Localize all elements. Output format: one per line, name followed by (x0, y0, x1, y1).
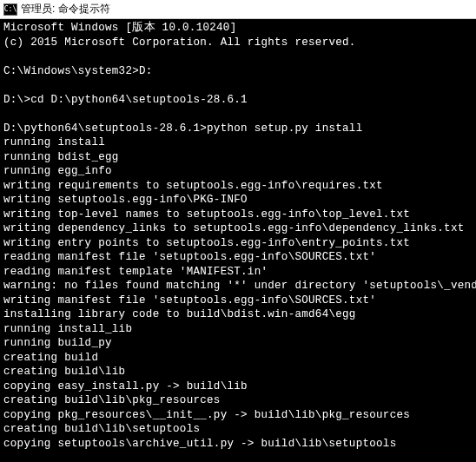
terminal-line (3, 78, 473, 93)
terminal-line: writing setuptools.egg-info\PKG-INFO (3, 193, 473, 208)
terminal-line (3, 50, 473, 64)
terminal-line: copying pkg_resources\__init__.py -> bui… (3, 408, 473, 423)
terminal-line (3, 107, 473, 122)
terminal-line: C:\Windows\system32>D: (3, 64, 473, 79)
cmd-icon: C:\ (3, 3, 17, 16)
terminal-line: creating build\lib (3, 365, 473, 380)
window-title: 管理员: 命令提示符 (21, 2, 110, 16)
terminal-line: (c) 2015 Microsoft Corporation. All righ… (3, 36, 473, 50)
terminal-line: writing manifest file 'setuptools.egg-in… (3, 294, 473, 308)
terminal-line: Microsoft Windows [版本 10.0.10240] (3, 21, 473, 36)
terminal-line: D:\python64\setuptools-28.6.1>python set… (3, 122, 473, 136)
terminal-line: warning: no files found matching '*' und… (3, 279, 473, 294)
terminal-line: creating build\lib\pkg_resources (3, 393, 473, 408)
terminal-line: running install_lib (3, 322, 473, 337)
terminal-line: reading manifest file 'setuptools.egg-in… (3, 250, 473, 265)
terminal-line: creating build (3, 351, 473, 366)
terminal-line: running egg_info (3, 164, 473, 179)
terminal-line: running build_py (3, 336, 473, 351)
terminal-line: writing entry points to setuptools.egg-i… (3, 236, 473, 251)
terminal-line: installing library code to build\bdist.w… (3, 307, 473, 322)
terminal-output[interactable]: Microsoft Windows [版本 10.0.10240](c) 201… (0, 19, 476, 462)
terminal-line: writing dependency_links to setuptools.e… (3, 221, 473, 236)
terminal-line: running bdist_egg (3, 150, 473, 165)
terminal-line: writing requirements to setuptools.egg-i… (3, 179, 473, 194)
terminal-line: D:\>cd D:\python64\setuptools-28.6.1 (3, 93, 473, 108)
terminal-line: writing top-level names to setuptools.eg… (3, 208, 473, 222)
terminal-line: copying setuptools\archive_util.py -> bu… (3, 437, 473, 452)
terminal-line: creating build\lib\setuptools (3, 422, 473, 437)
terminal-line: running install (3, 135, 473, 150)
terminal-line: copying easy_install.py -> build\lib (3, 380, 473, 394)
terminal-line: reading manifest template 'MANIFEST.in' (3, 265, 473, 280)
window-titlebar: C:\ 管理员: 命令提示符 (0, 0, 476, 19)
